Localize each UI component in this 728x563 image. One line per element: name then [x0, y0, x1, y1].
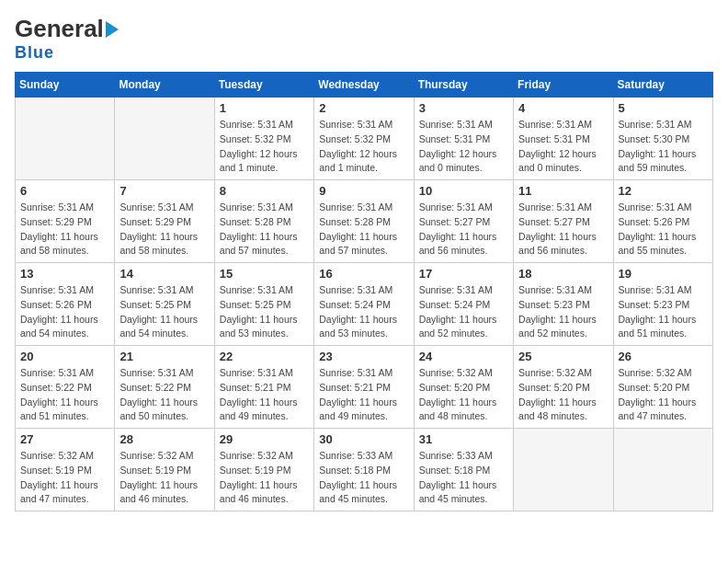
day-number: 3 [419, 101, 508, 115]
day-number: 30 [319, 432, 408, 446]
calendar-cell: 16Sunrise: 5:31 AM Sunset: 5:24 PM Dayli… [314, 263, 414, 346]
calendar-cell: 3Sunrise: 5:31 AM Sunset: 5:31 PM Daylig… [414, 98, 513, 180]
calendar-cell: 19Sunrise: 5:31 AM Sunset: 5:23 PM Dayli… [613, 263, 712, 346]
day-detail: Sunrise: 5:31 AM Sunset: 5:30 PM Dayligh… [619, 118, 708, 176]
calendar-cell: 21Sunrise: 5:31 AM Sunset: 5:22 PM Dayli… [115, 346, 214, 429]
day-detail: Sunrise: 5:31 AM Sunset: 5:28 PM Dayligh… [220, 201, 309, 259]
weekday-header-friday: Friday [514, 73, 613, 98]
day-detail: Sunrise: 5:31 AM Sunset: 5:29 PM Dayligh… [20, 201, 109, 259]
day-number: 4 [518, 101, 608, 115]
page-header: General Blue [15, 15, 713, 63]
calendar-week-1: 1Sunrise: 5:31 AM Sunset: 5:32 PM Daylig… [16, 98, 713, 180]
day-detail: Sunrise: 5:31 AM Sunset: 5:23 PM Dayligh… [518, 283, 608, 341]
day-detail: Sunrise: 5:31 AM Sunset: 5:25 PM Dayligh… [119, 283, 209, 341]
day-number: 16 [319, 267, 408, 281]
calendar-cell: 2Sunrise: 5:31 AM Sunset: 5:32 PM Daylig… [314, 98, 414, 180]
calendar-cell: 20Sunrise: 5:31 AM Sunset: 5:22 PM Dayli… [16, 346, 115, 429]
calendar-cell [115, 98, 214, 180]
day-number: 5 [619, 101, 708, 115]
weekday-header-sunday: Sunday [16, 73, 115, 98]
calendar-cell: 26Sunrise: 5:32 AM Sunset: 5:20 PM Dayli… [613, 346, 712, 429]
calendar-week-5: 27Sunrise: 5:32 AM Sunset: 5:19 PM Dayli… [16, 429, 713, 511]
weekday-header-wednesday: Wednesday [314, 73, 414, 98]
calendar-cell: 9Sunrise: 5:31 AM Sunset: 5:28 PM Daylig… [314, 180, 414, 263]
day-detail: Sunrise: 5:32 AM Sunset: 5:20 PM Dayligh… [619, 366, 708, 424]
day-number: 29 [220, 432, 309, 446]
calendar-cell: 31Sunrise: 5:33 AM Sunset: 5:18 PM Dayli… [414, 429, 513, 511]
calendar-cell: 12Sunrise: 5:31 AM Sunset: 5:26 PM Dayli… [613, 180, 712, 263]
day-detail: Sunrise: 5:31 AM Sunset: 5:25 PM Dayligh… [220, 283, 309, 341]
day-number: 17 [419, 267, 508, 281]
day-detail: Sunrise: 5:32 AM Sunset: 5:19 PM Dayligh… [220, 449, 309, 507]
day-number: 8 [220, 184, 309, 198]
day-number: 24 [419, 350, 508, 363]
day-detail: Sunrise: 5:31 AM Sunset: 5:26 PM Dayligh… [619, 201, 708, 259]
weekday-header-tuesday: Tuesday [214, 73, 313, 98]
day-number: 27 [20, 432, 109, 446]
day-number: 7 [119, 184, 209, 198]
calendar-cell [514, 429, 613, 511]
day-detail: Sunrise: 5:31 AM Sunset: 5:32 PM Dayligh… [220, 118, 309, 176]
calendar-table: SundayMondayTuesdayWednesdayThursdayFrid… [15, 72, 713, 511]
day-number: 10 [419, 184, 508, 198]
calendar-cell: 27Sunrise: 5:32 AM Sunset: 5:19 PM Dayli… [16, 429, 115, 511]
weekday-header-row: SundayMondayTuesdayWednesdayThursdayFrid… [16, 73, 713, 98]
calendar-cell: 29Sunrise: 5:32 AM Sunset: 5:19 PM Dayli… [214, 429, 313, 511]
day-number: 23 [319, 350, 408, 363]
day-number: 25 [518, 350, 608, 363]
calendar-cell: 30Sunrise: 5:33 AM Sunset: 5:18 PM Dayli… [314, 429, 414, 511]
calendar-week-4: 20Sunrise: 5:31 AM Sunset: 5:22 PM Dayli… [16, 346, 713, 429]
day-number: 12 [619, 184, 708, 198]
day-number: 19 [619, 267, 708, 281]
calendar-cell: 11Sunrise: 5:31 AM Sunset: 5:27 PM Dayli… [514, 180, 613, 263]
calendar-cell [613, 429, 712, 511]
calendar-cell: 22Sunrise: 5:31 AM Sunset: 5:21 PM Dayli… [214, 346, 313, 429]
calendar-cell: 7Sunrise: 5:31 AM Sunset: 5:29 PM Daylig… [115, 180, 214, 263]
day-detail: Sunrise: 5:31 AM Sunset: 5:27 PM Dayligh… [419, 201, 508, 259]
day-number: 15 [220, 267, 309, 281]
day-detail: Sunrise: 5:31 AM Sunset: 5:21 PM Dayligh… [220, 366, 309, 424]
day-detail: Sunrise: 5:32 AM Sunset: 5:19 PM Dayligh… [119, 449, 209, 507]
day-detail: Sunrise: 5:31 AM Sunset: 5:22 PM Dayligh… [119, 366, 209, 424]
day-detail: Sunrise: 5:31 AM Sunset: 5:31 PM Dayligh… [518, 118, 608, 176]
day-number: 1 [220, 101, 309, 115]
weekday-header-monday: Monday [115, 73, 214, 98]
calendar-cell: 4Sunrise: 5:31 AM Sunset: 5:31 PM Daylig… [514, 98, 613, 180]
day-detail: Sunrise: 5:31 AM Sunset: 5:31 PM Dayligh… [419, 118, 508, 176]
day-number: 14 [119, 267, 209, 281]
calendar-cell: 14Sunrise: 5:31 AM Sunset: 5:25 PM Dayli… [115, 263, 214, 346]
calendar-cell: 13Sunrise: 5:31 AM Sunset: 5:26 PM Dayli… [16, 263, 115, 346]
calendar-cell: 8Sunrise: 5:31 AM Sunset: 5:28 PM Daylig… [214, 180, 313, 263]
day-number: 21 [119, 350, 209, 363]
calendar-cell: 15Sunrise: 5:31 AM Sunset: 5:25 PM Dayli… [214, 263, 313, 346]
day-detail: Sunrise: 5:31 AM Sunset: 5:32 PM Dayligh… [319, 118, 408, 176]
day-detail: Sunrise: 5:33 AM Sunset: 5:18 PM Dayligh… [419, 449, 508, 507]
day-number: 22 [220, 350, 309, 363]
day-detail: Sunrise: 5:31 AM Sunset: 5:21 PM Dayligh… [319, 366, 408, 424]
calendar-week-2: 6Sunrise: 5:31 AM Sunset: 5:29 PM Daylig… [16, 180, 713, 263]
logo-blue: Blue [15, 43, 54, 63]
logo: General Blue [15, 15, 119, 63]
day-number: 13 [20, 267, 109, 281]
calendar-cell: 1Sunrise: 5:31 AM Sunset: 5:32 PM Daylig… [214, 98, 313, 180]
calendar-cell: 17Sunrise: 5:31 AM Sunset: 5:24 PM Dayli… [414, 263, 513, 346]
day-detail: Sunrise: 5:32 AM Sunset: 5:19 PM Dayligh… [20, 449, 109, 507]
calendar-cell: 5Sunrise: 5:31 AM Sunset: 5:30 PM Daylig… [613, 98, 712, 180]
calendar-cell: 28Sunrise: 5:32 AM Sunset: 5:19 PM Dayli… [115, 429, 214, 511]
calendar-cell: 18Sunrise: 5:31 AM Sunset: 5:23 PM Dayli… [514, 263, 613, 346]
logo-arrow-icon [106, 21, 119, 38]
day-detail: Sunrise: 5:33 AM Sunset: 5:18 PM Dayligh… [319, 449, 408, 507]
day-number: 26 [619, 350, 708, 363]
day-detail: Sunrise: 5:32 AM Sunset: 5:20 PM Dayligh… [419, 366, 508, 424]
calendar-cell [16, 98, 115, 180]
calendar-cell: 25Sunrise: 5:32 AM Sunset: 5:20 PM Dayli… [514, 346, 613, 429]
weekday-header-thursday: Thursday [414, 73, 513, 98]
day-detail: Sunrise: 5:31 AM Sunset: 5:26 PM Dayligh… [20, 283, 109, 341]
calendar-body: 1Sunrise: 5:31 AM Sunset: 5:32 PM Daylig… [16, 98, 713, 511]
day-detail: Sunrise: 5:31 AM Sunset: 5:28 PM Dayligh… [319, 201, 408, 259]
day-number: 20 [20, 350, 109, 363]
day-detail: Sunrise: 5:31 AM Sunset: 5:24 PM Dayligh… [319, 283, 408, 341]
calendar-cell: 10Sunrise: 5:31 AM Sunset: 5:27 PM Dayli… [414, 180, 513, 263]
day-number: 9 [319, 184, 408, 198]
calendar-cell: 23Sunrise: 5:31 AM Sunset: 5:21 PM Dayli… [314, 346, 414, 429]
